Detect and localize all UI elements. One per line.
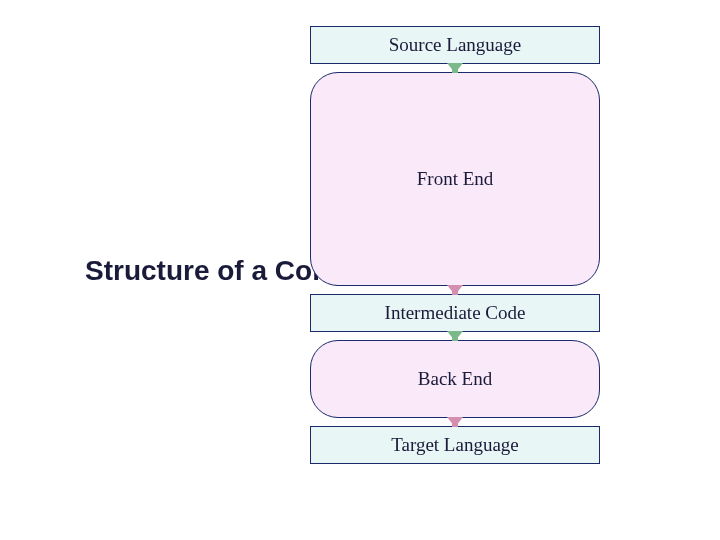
node-label: Source Language [389, 34, 521, 56]
arrow-down-icon [447, 417, 463, 427]
node-front-end: Front End [310, 72, 600, 286]
arrow-down-icon [447, 63, 463, 73]
node-label: Target Language [391, 434, 519, 456]
node-source-language: Source Language [310, 26, 600, 64]
arrow-down-icon [447, 331, 463, 341]
flow-column: Source Language Front End Intermediate C… [310, 26, 600, 464]
node-label: Back End [418, 368, 492, 390]
node-back-end: Back End [310, 340, 600, 418]
node-target-language: Target Language [310, 426, 600, 464]
arrow-down-icon [447, 285, 463, 295]
node-intermediate-code: Intermediate Code [310, 294, 600, 332]
node-label: Intermediate Code [385, 302, 526, 324]
node-label: Front End [417, 168, 494, 190]
